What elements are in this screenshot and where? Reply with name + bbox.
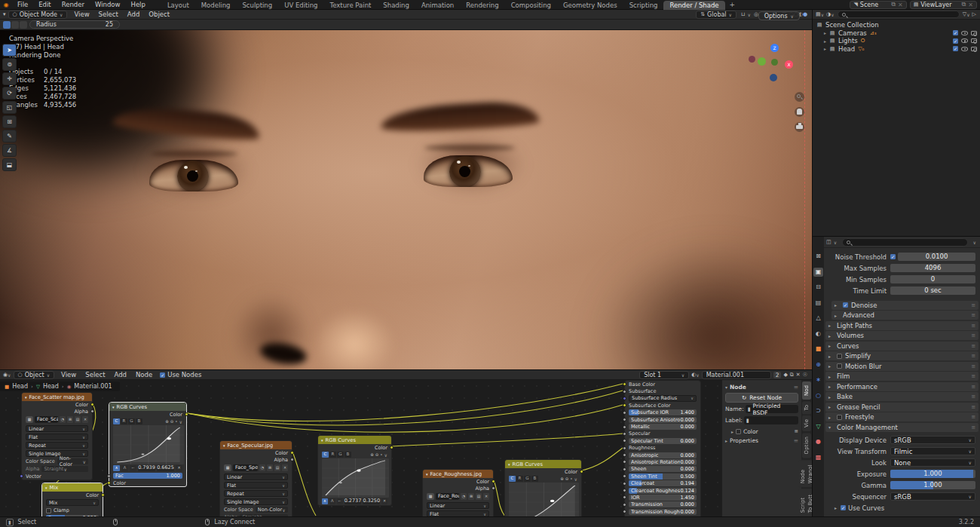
expand-arrow-icon[interactable]: ▸	[822, 46, 828, 51]
node-dropdown[interactable]: Repeat∨	[26, 442, 88, 449]
section-freestyle[interactable]: ▸Freestyle≡	[825, 412, 978, 421]
cm-select[interactable]: None∨	[890, 458, 975, 467]
section-grease-pencil[interactable]: ▸Grease Pencil≡	[825, 403, 978, 412]
properties-tab-particles-icon[interactable]: ∗	[813, 375, 823, 385]
tool-transform-icon[interactable]: ⊞	[2, 115, 17, 128]
socket-gray[interactable]	[107, 474, 111, 478]
curve-point-x-value[interactable]: 0.7939	[138, 465, 155, 471]
zoom-out-icon[interactable]: ⊖	[170, 419, 174, 424]
image-unlink-icon[interactable]: ✕	[483, 493, 489, 500]
image-name[interactable]: Face_Specular.jpg	[233, 464, 258, 471]
collapse-arrow-icon[interactable]: ▾	[508, 462, 510, 467]
slider-widget[interactable]: Sheen Tint0.500	[629, 473, 697, 480]
zoom-out-icon[interactable]: ⊖	[375, 452, 379, 458]
channel-r-button[interactable]: R	[516, 476, 523, 482]
properties-tab-texture-icon[interactable]: ▩	[813, 453, 823, 462]
sidebar-tab-script-to-butt[interactable]: Script To Butt	[798, 489, 812, 516]
hide-eye-icon[interactable]	[961, 47, 968, 51]
tool-rotate-icon[interactable]: ⟳	[2, 87, 17, 100]
curve-point-x-value[interactable]: 0.2737	[345, 498, 362, 504]
slider-widget[interactable]: Metallic0.000	[629, 424, 697, 430]
handle-vector-icon[interactable]: Λ	[121, 465, 128, 471]
select-mode-buttons[interactable]	[3, 21, 27, 29]
node-header[interactable]: ▾RGB Curves	[318, 436, 391, 444]
socket-gray[interactable]	[623, 467, 626, 471]
reset-node-button[interactable]: ↻ Reset Node	[725, 393, 798, 403]
hide-eye-icon[interactable]	[961, 31, 968, 35]
channel-b-button[interactable]: B	[531, 476, 538, 482]
properties-tab-physics-icon[interactable]: ○	[813, 391, 823, 400]
socket-yellow[interactable]	[492, 480, 495, 483]
viewport-menu-object[interactable]: Object	[144, 11, 174, 18]
image-open-icon[interactable]: ▤	[274, 464, 280, 471]
socket-gray[interactable]	[623, 482, 626, 486]
pin-icon[interactable]: ☉	[803, 372, 807, 378]
viewport-menu-add[interactable]: Add	[123, 11, 144, 18]
workspace-tab-geometry-nodes[interactable]: Geometry Nodes	[557, 1, 623, 10]
hide-eye-icon[interactable]	[961, 38, 968, 43]
radius-slider[interactable]: Radius 25	[29, 20, 120, 29]
image-open-icon[interactable]: ▤	[75, 416, 81, 423]
channel-r-button[interactable]: R	[329, 452, 336, 458]
slider-widget[interactable]: IOR1.450	[629, 495, 697, 501]
section-light-paths[interactable]: ▸Light Paths≡	[825, 321, 978, 330]
workspace-tab-animation[interactable]: Animation	[415, 1, 460, 10]
editor-type-icon[interactable]: ▾	[0, 11, 6, 17]
zoom-in-icon[interactable]: ⊕	[370, 452, 374, 458]
slider-widget[interactable]: Subsurface Anisotropy0.000	[629, 417, 697, 423]
shader-menu-add[interactable]: Add	[110, 371, 131, 378]
properties-editor-icon[interactable]: ◫	[826, 239, 831, 245]
properties-tab-output-icon[interactable]: ⊟	[813, 283, 823, 292]
image-thumbnail-icon[interactable]: ▦	[26, 416, 33, 423]
node-header[interactable]: ▾RGB Curves	[505, 460, 581, 468]
snap-magnet-icon[interactable]: ⊔	[739, 11, 747, 17]
collapse-arrow-icon[interactable]: ▾	[426, 472, 428, 476]
socket-gray[interactable]	[623, 425, 626, 429]
outliner-row-cameras[interactable]: ▸▤Cameras⊿₃✓	[813, 29, 980, 38]
collapse-arrow-icon[interactable]: ▾	[25, 395, 27, 400]
node-name-input[interactable]: ▮ Principled BSDF	[746, 405, 798, 413]
shader-menu-node[interactable]: Node	[131, 371, 157, 378]
slot-dropdown[interactable]: Slot 1∨	[639, 371, 689, 379]
property-value[interactable]: 0 sec	[890, 286, 975, 295]
curve-point-y-value[interactable]: 0.6625	[157, 465, 174, 471]
node-roughness[interactable]: ▾Face_Roughness.jpgColorAlpha▦Face_Rough…	[422, 469, 494, 516]
properties-search-input[interactable]	[842, 238, 968, 247]
socket-gray[interactable]	[623, 432, 626, 436]
properties-tab-view-layer-icon[interactable]: ▤	[813, 299, 823, 308]
slider-widget[interactable]: Fac1.000	[113, 473, 182, 479]
workspace-tab-scripting[interactable]: Scripting	[623, 1, 664, 10]
shader-menu-view[interactable]: View	[57, 371, 81, 378]
properties-tab-constraints-icon[interactable]: ⊃	[813, 406, 823, 415]
socket-yellow[interactable]	[107, 481, 111, 485]
properties-tab-object-icon[interactable]: ■	[813, 345, 823, 354]
disable-render-camera-icon[interactable]	[971, 31, 977, 35]
cm-slider-widget[interactable]: 1.000	[890, 481, 975, 489]
menu-file[interactable]: File	[12, 0, 33, 10]
slider-widget[interactable]: Transmission Roughness0.000	[629, 509, 697, 515]
sidebar-tab-nod[interactable]: Nod	[802, 381, 811, 400]
channel-g-button[interactable]: G	[524, 476, 531, 482]
zoom-out-icon[interactable]: ⊖	[565, 476, 569, 482]
navigation-gizmo[interactable]: Z X	[755, 44, 794, 83]
socket-gray[interactable]	[290, 458, 294, 461]
options-button[interactable]: Options∨	[758, 11, 800, 20]
gizmo-x-neg[interactable]	[749, 56, 755, 63]
handle-auto-icon[interactable]: ∧	[322, 498, 328, 504]
disable-render-camera-icon[interactable]	[971, 38, 977, 43]
channel-c-button[interactable]: C	[509, 476, 516, 482]
channel-c-button[interactable]: C	[113, 418, 120, 424]
image-new-icon[interactable]: ⊞	[67, 416, 73, 423]
color-checkbox[interactable]	[736, 429, 741, 434]
socket-gray[interactable]	[623, 453, 626, 457]
properties-tab-data-icon[interactable]: ▽	[813, 422, 823, 431]
section-volumes[interactable]: ▸Volumes≡	[825, 331, 978, 340]
outliner-search-input[interactable]	[838, 11, 960, 18]
node-curves2[interactable]: ▾RGB CurvesColorCRGB⊕⊖•∨∧Λ⌐0.27370.3250✕	[317, 435, 392, 506]
node-dropdown[interactable]: Repeat∨	[224, 490, 288, 497]
viewlayer-new-icon[interactable]: ⧉	[962, 1, 966, 8]
use-curves-checkbox[interactable]: ✓	[841, 505, 846, 510]
node-header[interactable]: ▾Face_Scatter map.jpg	[22, 393, 92, 401]
menu-help[interactable]: Help	[125, 0, 150, 10]
node-dropdown[interactable]: Flat∨	[224, 482, 288, 489]
